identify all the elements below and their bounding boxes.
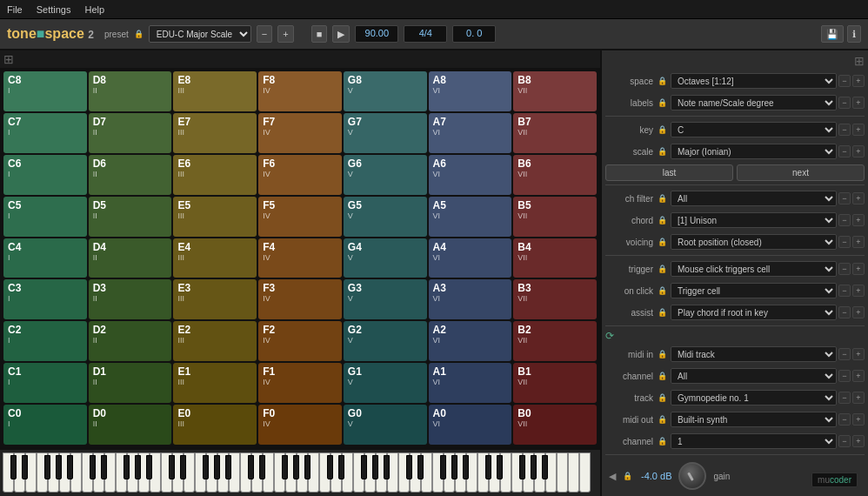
grid-cell-f3[interactable]: F3IV bbox=[258, 279, 342, 319]
ch-filter-minus-btn[interactable]: − bbox=[838, 192, 851, 204]
grid-cell-b5[interactable]: B5VII bbox=[513, 197, 597, 237]
trigger-select[interactable]: Mouse click triggers cell bbox=[671, 261, 837, 277]
last-btn[interactable]: last bbox=[605, 164, 733, 181]
black-key[interactable] bbox=[10, 455, 17, 479]
grid-cell-a2[interactable]: A2VI bbox=[429, 321, 512, 361]
labels-select[interactable]: Note name/Scale degree bbox=[671, 95, 837, 111]
grid-cell-b0[interactable]: B0VII bbox=[513, 405, 597, 445]
black-key[interactable] bbox=[338, 455, 344, 479]
preset-plus-btn[interactable]: + bbox=[277, 25, 293, 43]
midi-out-minus-btn[interactable]: − bbox=[838, 413, 851, 426]
black-key[interactable] bbox=[135, 455, 141, 479]
voicing-plus-btn[interactable]: + bbox=[852, 236, 865, 248]
black-key[interactable] bbox=[203, 455, 209, 479]
menu-file[interactable]: File bbox=[7, 4, 23, 15]
black-key[interactable] bbox=[56, 455, 62, 479]
black-key[interactable] bbox=[248, 455, 254, 479]
black-key[interactable] bbox=[304, 455, 310, 479]
black-key[interactable] bbox=[361, 455, 367, 479]
grid-cell-a5[interactable]: A5VI bbox=[429, 197, 512, 237]
grid-cell-c3[interactable]: C3I bbox=[3, 279, 87, 319]
grid-cell-e5[interactable]: E5III bbox=[173, 197, 257, 237]
grid-cell-b1[interactable]: B1VII bbox=[513, 363, 597, 403]
black-key[interactable] bbox=[327, 455, 333, 479]
ch-filter-select[interactable]: All bbox=[671, 191, 837, 206]
black-key[interactable] bbox=[22, 455, 28, 479]
info-btn[interactable]: ℹ bbox=[847, 25, 861, 43]
grid-cell-g1[interactable]: G1V bbox=[344, 363, 427, 403]
grid-cell-c0[interactable]: C0I bbox=[3, 405, 87, 445]
grid-cell-d2[interactable]: D2II bbox=[89, 321, 172, 361]
midi-out-channel-select[interactable]: 1 bbox=[671, 433, 837, 449]
grid-cell-b6[interactable]: B6VII bbox=[513, 155, 597, 195]
grid-cell-d8[interactable]: D8II bbox=[89, 71, 172, 111]
grid-view-icon[interactable]: ⊞ bbox=[854, 54, 865, 68]
grid-cell-g2[interactable]: G2V bbox=[344, 321, 427, 361]
tempo-display[interactable]: 90.00 bbox=[355, 25, 398, 43]
grid-cell-a8[interactable]: A8VI bbox=[429, 71, 512, 111]
grid-cell-f1[interactable]: F1IV bbox=[258, 363, 342, 403]
black-key[interactable] bbox=[90, 455, 96, 479]
white-key[interactable] bbox=[568, 452, 579, 493]
midi-in-plus-btn[interactable]: + bbox=[852, 348, 865, 360]
grid-cell-c7[interactable]: C7I bbox=[3, 113, 87, 153]
black-key[interactable] bbox=[463, 455, 469, 479]
grid-cell-b3[interactable]: B3VII bbox=[513, 279, 597, 319]
gain-expand-icon[interactable]: ◀ bbox=[609, 471, 616, 482]
grid-cell-e4[interactable]: E4III bbox=[173, 238, 257, 278]
grid-cell-d5[interactable]: D5II bbox=[89, 197, 172, 237]
black-key[interactable] bbox=[101, 455, 107, 479]
chord-minus-btn[interactable]: − bbox=[838, 214, 851, 226]
black-key[interactable] bbox=[406, 455, 412, 479]
grid-cell-f5[interactable]: F5IV bbox=[258, 197, 342, 237]
black-key[interactable] bbox=[293, 455, 299, 479]
grid-cell-e2[interactable]: E2III bbox=[173, 321, 257, 361]
assist-minus-btn[interactable]: − bbox=[838, 306, 851, 318]
timesig-display[interactable]: 4/4 bbox=[404, 25, 447, 43]
midi-out-select[interactable]: Built-in synth bbox=[671, 412, 837, 427]
midi-out-channel-minus-btn[interactable]: − bbox=[838, 435, 851, 447]
key-minus-btn[interactable]: − bbox=[838, 124, 851, 136]
black-key[interactable] bbox=[417, 455, 424, 479]
grid-cell-d1[interactable]: D1II bbox=[89, 363, 172, 403]
black-key[interactable] bbox=[259, 455, 265, 479]
grid-cell-f7[interactable]: F7IV bbox=[258, 113, 342, 153]
grid-cell-f8[interactable]: F8IV bbox=[258, 71, 342, 111]
trigger-minus-btn[interactable]: − bbox=[838, 263, 851, 275]
key-select[interactable]: C bbox=[671, 122, 837, 137]
grid-cell-g7[interactable]: G7V bbox=[344, 113, 427, 153]
midi-out-channel-plus-btn[interactable]: + bbox=[852, 435, 865, 447]
grid-cell-c6[interactable]: C6I bbox=[3, 155, 87, 195]
black-key[interactable] bbox=[225, 455, 231, 479]
space-minus-btn[interactable]: − bbox=[838, 75, 851, 87]
grid-cell-d4[interactable]: D4II bbox=[89, 238, 172, 278]
black-key[interactable] bbox=[214, 455, 220, 479]
stop-btn[interactable]: ■ bbox=[311, 25, 328, 43]
grid-cell-a1[interactable]: A1VI bbox=[429, 363, 512, 403]
midi-in-select[interactable]: Midi track bbox=[671, 346, 837, 362]
grid-cell-a6[interactable]: A6VI bbox=[429, 155, 512, 195]
on-click-minus-btn[interactable]: − bbox=[838, 285, 851, 297]
track-plus-btn[interactable]: + bbox=[852, 392, 865, 404]
menu-help[interactable]: Help bbox=[84, 4, 104, 15]
ch-filter-plus-btn[interactable]: + bbox=[852, 192, 865, 204]
grid-cell-c1[interactable]: C1I bbox=[3, 363, 87, 403]
save-btn[interactable]: 💾 bbox=[821, 25, 844, 43]
grid-cell-g8[interactable]: G8V bbox=[344, 71, 427, 111]
assist-plus-btn[interactable]: + bbox=[852, 306, 865, 318]
black-key[interactable] bbox=[146, 455, 152, 479]
grid-cell-d0[interactable]: D0II bbox=[89, 405, 172, 445]
white-key[interactable] bbox=[557, 452, 568, 493]
grid-cell-a7[interactable]: A7VI bbox=[429, 113, 512, 153]
grid-cell-g3[interactable]: G3V bbox=[344, 279, 427, 319]
black-key[interactable] bbox=[451, 455, 457, 479]
midi-in-channel-minus-btn[interactable]: − bbox=[838, 370, 851, 382]
black-key[interactable] bbox=[531, 455, 537, 479]
grid-cell-b8[interactable]: B8VII bbox=[513, 71, 597, 111]
play-btn[interactable]: ▶ bbox=[332, 25, 350, 43]
grid-cell-b2[interactable]: B2VII bbox=[513, 321, 597, 361]
grid-cell-b4[interactable]: B4VII bbox=[513, 238, 597, 278]
grid-cell-d6[interactable]: D6II bbox=[89, 155, 172, 195]
black-key[interactable] bbox=[67, 455, 73, 479]
grid-cell-g0[interactable]: G0V bbox=[344, 405, 427, 445]
